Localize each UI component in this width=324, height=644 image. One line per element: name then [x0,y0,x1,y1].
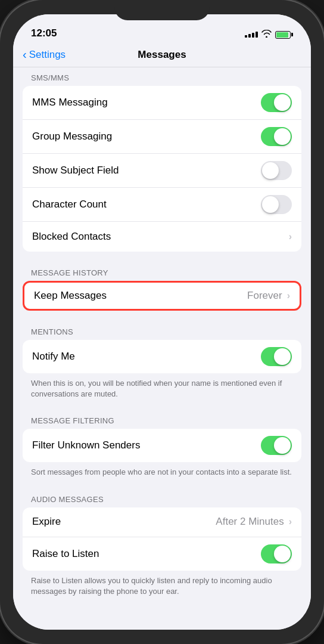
toggle-knob [274,94,291,111]
nav-bar: ‹ Settings Messages [13,44,311,67]
mentions-footer: When this is on, you will be notified wh… [13,373,311,400]
expire-right: After 2 Minutes › [216,516,292,528]
notify-me-label: Notify Me [32,351,75,363]
keep-messages-value: Forever [247,290,282,302]
chevron-right-icon: › [289,231,292,242]
keep-messages-right: Forever › [247,290,290,302]
message-filtering-header: MESSAGE FILTERING [13,416,311,429]
wifi-icon [261,30,272,39]
show-subject-label: Show Subject Field [32,165,119,177]
toggle-knob [274,437,291,454]
toggle-knob [274,348,291,365]
list-item: Character Count [23,188,301,222]
expire-label: Expire [32,516,61,528]
toggle-knob [262,162,279,179]
battery-icon [275,31,293,39]
group-messaging-toggle[interactable] [261,127,292,146]
audio-messages-group: Expire After 2 Minutes › Raise to Listen [23,507,301,571]
keep-messages-label: Keep Messages [34,290,107,302]
chevron-right-icon: › [289,516,292,527]
section-mentions: MENTIONS Notify Me When this is on, you … [13,327,311,400]
list-item[interactable]: Blocked Contacts › [23,222,301,252]
status-time: 12:05 [31,27,57,41]
mentions-header: MENTIONS [13,327,311,340]
expire-value: After 2 Minutes [216,516,284,528]
filter-unknown-label: Filter Unknown Senders [32,439,140,451]
toggle-knob [274,546,291,562]
message-history-header: MESSAGE HISTORY [13,268,311,281]
notch [114,0,210,20]
notify-me-toggle[interactable] [261,347,292,366]
section-smsmms: SMS/MMS MMS Messaging Group Messaging [13,73,311,252]
keep-messages-row[interactable]: Keep Messages Forever › [23,281,301,311]
status-icons [245,30,293,41]
phone-frame: 12:05 [0,0,324,644]
chevron-right-icon: › [287,290,290,301]
list-item[interactable]: Expire After 2 Minutes › [23,507,301,537]
list-item: Group Messaging [23,120,301,154]
mentions-group: Notify Me [23,340,301,373]
character-count-label: Character Count [32,199,107,210]
smsmms-header: SMS/MMS [13,73,311,86]
mms-messaging-label: MMS Messaging [32,97,108,109]
section-audio-messages: AUDIO MESSAGES Expire After 2 Minutes › … [13,495,311,597]
character-count-toggle[interactable] [261,195,292,214]
toggle-knob [274,128,291,145]
audio-messages-footer: Raise to Listen allows you to quickly li… [13,571,311,597]
message-filtering-group: Filter Unknown Senders [23,429,301,462]
list-item: Raise to Listen [23,537,301,571]
show-subject-toggle[interactable] [261,161,292,180]
scroll-content[interactable]: SMS/MMS MMS Messaging Group Messaging [13,67,311,630]
list-item: MMS Messaging [23,86,301,120]
message-filtering-footer: Sort messages from people who are not in… [13,462,311,478]
blocked-contacts-label: Blocked Contacts [32,231,111,243]
smsmms-group: MMS Messaging Group Messaging Show Subje… [23,86,301,252]
audio-messages-header: AUDIO MESSAGES [13,495,311,507]
list-item: Notify Me [23,340,301,373]
group-messaging-label: Group Messaging [32,131,112,143]
section-message-history: MESSAGE HISTORY Keep Messages Forever › [13,268,311,311]
signal-bars-icon [245,32,258,38]
list-item: Show Subject Field [23,154,301,188]
section-message-filtering: MESSAGE FILTERING Filter Unknown Senders… [13,416,311,478]
back-label: Settings [29,49,66,61]
page-title: Messages [138,49,186,61]
toggle-knob [262,196,279,213]
raise-to-listen-label: Raise to Listen [32,548,99,560]
mms-messaging-toggle[interactable] [261,93,292,112]
back-button[interactable]: ‹ Settings [23,48,66,61]
phone-screen: 12:05 [13,14,311,630]
filter-unknown-toggle[interactable] [261,436,292,455]
list-item: Filter Unknown Senders [23,429,301,462]
back-chevron-icon: ‹ [23,48,27,61]
raise-to-listen-toggle[interactable] [261,544,292,564]
